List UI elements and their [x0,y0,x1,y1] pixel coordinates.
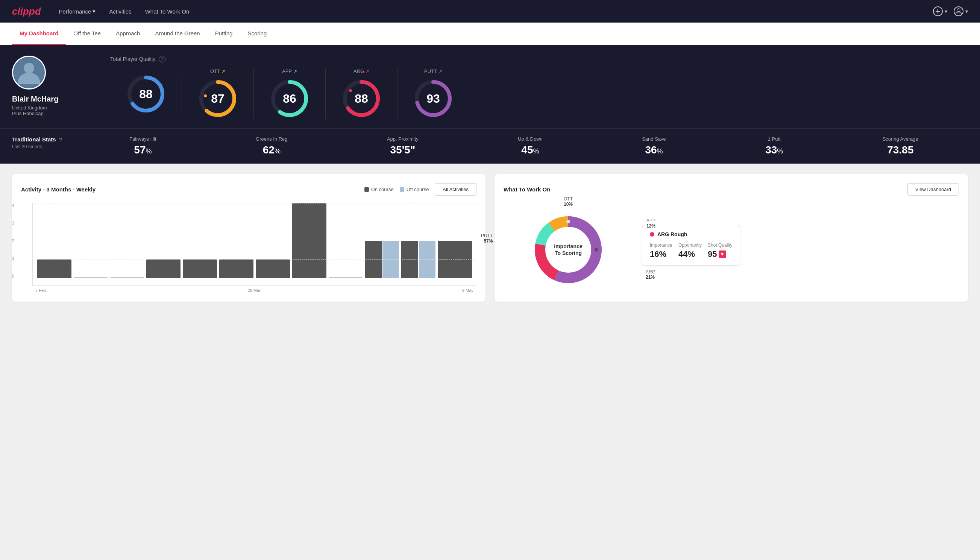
circle-app: APP ↗ 86 [254,68,326,119]
stat-value: 62% [263,144,281,156]
nav-performance[interactable]: Performance ▾ [59,8,96,15]
stat-up-and-down: Up & Down 45% [518,136,542,156]
stat-value: 57% [134,144,151,156]
metric-value: 16% [650,249,666,259]
donut-putt: 93 [413,78,454,119]
circle-putt-value: 93 [426,92,440,106]
nav-what-to-work-on[interactable]: What To Work On [145,8,190,15]
add-button[interactable]: ▾ [933,6,947,17]
stat-label: Sand Save [642,136,666,142]
quality-title: Total Player Quality ? [110,56,968,62]
stats-help-icon[interactable]: ? [59,136,62,143]
stat-value: 33% [765,144,783,156]
arrow-up-icon-app: ↗ [293,69,297,74]
all-activities-button[interactable]: All Activities [435,183,476,195]
tab-putting[interactable]: Putting [208,23,240,45]
bar-on [183,260,217,278]
chevron-down-icon: ▾ [93,8,95,15]
donut-ott: 87 [197,78,238,119]
bar-chart [32,203,476,286]
chevron-down-icon-user: ▾ [965,8,968,14]
stat-sand-save: Sand Save 36% [642,136,666,156]
bar-group [365,241,399,278]
logo[interactable]: clippd [12,6,41,17]
user-menu-button[interactable]: ▾ [953,6,968,17]
bar-group [183,260,217,278]
metric-opportunity: Opportunity 44% [679,243,702,259]
metric-label: Opportunity [679,243,702,248]
stats-label: Traditional Stats ? Last 20 rounds [12,136,80,149]
circle-app-label: APP ↗ [282,68,297,74]
donut-chart: Importance To Scoring [531,212,606,287]
arrow-up-icon-arg: ↗ [366,69,369,74]
metric-value: 44% [679,249,695,259]
label-putt: PUTT 57% [481,233,492,244]
donut-chart-area: OTT 10% APP 12% ARG 21% PUTT 57% [504,203,633,287]
bar-on [37,260,72,278]
help-icon[interactable]: ? [159,56,165,62]
activity-card: Activity - 3 Months - Weekly On course O… [12,174,486,302]
avatar [12,56,46,90]
bar-group [110,278,145,278]
legend-off-course-dot [400,187,404,192]
label-app: APP 12% [646,218,656,229]
circle-ott: OTT ↗ 87 [182,68,254,119]
circle-arg-label: ARG ↗ [353,68,369,74]
metric-shot-quality: Shot Quality 95 ▼ [708,243,732,259]
work-on-header: What To Work On View Dashboard [504,183,959,195]
circle-putt-label: PUTT ↗ [424,68,442,74]
tab-approach[interactable]: Approach [108,23,147,45]
nav-links: Performance ▾ Activities What To Work On [59,8,933,15]
player-name: Blair McHarg [12,95,58,103]
bar-on [146,260,181,278]
circle-arg: ARG ↗ 88 [326,68,398,119]
top-nav: clippd Performance ▾ Activities What To … [0,0,980,23]
donut-center-text: Importance To Scoring [554,243,582,257]
label-ott: OTT 10% [564,196,573,207]
circle-total-value: 88 [139,87,153,101]
tab-around-the-green[interactable]: Around the Green [147,23,207,45]
svg-point-4 [957,8,960,12]
profile-section: Blair McHarg United Kingdom Plus Handica… [12,56,95,116]
info-card: ARG Rough Importance 16% Opportunity 44%… [642,225,740,265]
bar-chart-container: 4 3 2 1 0 [21,203,476,293]
label-arg: ARG 21% [646,269,656,280]
svg-point-6 [24,63,34,73]
player-country: United Kingdom [12,105,47,110]
stats-subtitle: Last 20 rounds [12,144,80,149]
nav-activities[interactable]: Activities [109,8,131,15]
circle-ott-value: 87 [211,92,225,106]
red-dot-icon [650,232,654,237]
tab-off-the-tee[interactable]: Off the Tee [66,23,108,45]
stat-label: Fairways Hit [129,136,156,142]
info-metrics: Importance 16% Opportunity 44% Shot Qual… [650,243,732,259]
stat-1-putt: 1 Putt 33% [765,136,783,156]
bar-group [256,260,290,278]
stat-label: Scoring Average [883,136,918,142]
chevron-down-icon-add: ▾ [945,8,947,14]
tab-scoring[interactable]: Scoring [240,23,274,45]
arrow-up-icon: ↗ [221,69,225,74]
donut-arg: 88 [341,78,382,119]
legend-on-course: On course [364,187,394,192]
stats-items: Fairways Hit 57% Greens In Reg 62% App. … [80,136,968,156]
tab-my-dashboard[interactable]: My Dashboard [12,23,66,45]
bar-on [329,278,363,278]
circle-arg-value: 88 [354,92,368,106]
bar-off [419,241,436,278]
bar-on [438,241,472,278]
stat-value: 36% [645,144,662,156]
stat-greens-in-reg: Greens In Reg 62% [256,136,288,156]
chart-legend: On course Off course [364,187,429,192]
legend-off-course: Off course [400,187,429,192]
view-dashboard-button[interactable]: View Dashboard [907,183,959,195]
stat-value: 73.85 [887,144,913,156]
activity-card-title: Activity - 3 Months - Weekly [21,186,95,193]
bar-on [292,203,326,278]
stat-label: Greens In Reg [256,136,288,142]
bar-on [110,278,145,278]
donut-section: OTT 10% APP 12% ARG 21% PUTT 57% [504,203,959,287]
bar-group [329,278,363,278]
stat-label: Up & Down [518,136,542,142]
bar-group [401,241,436,278]
